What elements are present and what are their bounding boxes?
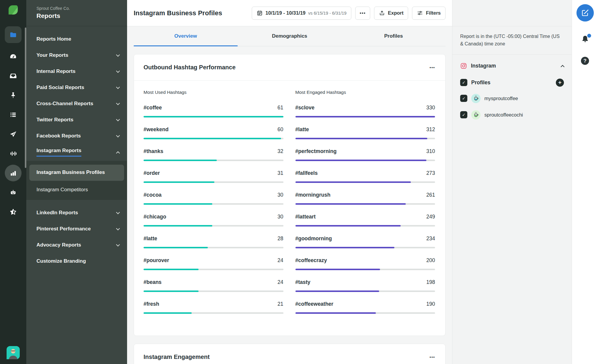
tab-profiles[interactable]: Profiles <box>341 26 446 46</box>
hashtag-value: 190 <box>426 301 435 307</box>
tasks-nav-icon[interactable] <box>7 109 19 121</box>
sidebar-item-label: Internal Reports <box>36 68 117 74</box>
sidebar-item-twitter-reports[interactable]: Twitter Reports <box>26 112 127 128</box>
more-icon: ••• <box>360 10 366 16</box>
sidebar-item-label: Twitter Reports <box>36 117 117 123</box>
hashtag-bar-track <box>295 290 435 292</box>
filters-icon <box>417 10 423 16</box>
help-button[interactable]: ? <box>581 57 589 65</box>
hashtag-label: #coffee <box>144 105 162 111</box>
automation-nav-icon[interactable] <box>7 186 19 198</box>
hashtag-bar-track <box>144 203 283 205</box>
hashtag-bar-track <box>295 269 435 270</box>
hashtag-label: #morningrush <box>295 192 331 198</box>
profile-checkbox[interactable]: ✓ <box>460 95 467 102</box>
report-topbar: Instagram Business Profiles 10/1/19 - 10… <box>127 0 452 26</box>
card-header: Outbound Hashtag Performance ••• <box>134 54 445 81</box>
favorites-nav-icon[interactable] <box>7 206 19 218</box>
sidebar-subitem-instagram-competitors[interactable]: Instagram Competitors <box>26 181 127 195</box>
topbar-controls: 10/1/19 - 10/31/19 vs 6/15/19 - 6/31/19 … <box>252 7 446 20</box>
hashtag-label: #cocoa <box>144 192 161 198</box>
bar-chart-icon <box>9 169 17 177</box>
sidebar-item-label: Facebook Reports <box>36 133 117 139</box>
hashtag-row: #latteart249 <box>295 214 435 227</box>
folders-nav-icon[interactable] <box>5 26 22 43</box>
listening-nav-icon[interactable] <box>7 148 19 160</box>
profiles-header-row: ✓ Profiles + <box>460 79 564 87</box>
card-more-icon[interactable]: ••• <box>429 63 436 71</box>
sprout-logo-icon[interactable] <box>6 4 20 18</box>
hashtag-bar-track <box>144 269 283 270</box>
chevron-down-icon <box>116 117 120 121</box>
hashtag-bar-track <box>295 138 435 139</box>
user-avatar[interactable] <box>7 346 20 359</box>
card-more-icon[interactable]: ••• <box>429 353 436 361</box>
waveform-icon <box>9 150 17 157</box>
hashtag-value: 310 <box>426 148 435 155</box>
reports-sidebar: Sprout Coffee Co. Reports Reports HomeYo… <box>26 0 127 364</box>
tab-demographics[interactable]: Demographics <box>238 26 342 46</box>
hashtag-bar-fill <box>295 181 411 183</box>
profiles-checkbox[interactable]: ✓ <box>460 79 467 86</box>
sidebar-item-pinterest-performance[interactable]: Pinterest Performance <box>26 221 127 237</box>
compose-pencil-icon <box>581 9 589 17</box>
star-icon <box>9 208 17 216</box>
pinned-nav-icon[interactable] <box>7 89 19 101</box>
sidebar-item-cross-channel-reports[interactable]: Cross-Channel Reports <box>26 96 127 112</box>
hashtag-row: #fresh21 <box>144 301 283 314</box>
pushpin-icon <box>9 91 17 99</box>
reports-nav-icon[interactable] <box>5 165 22 181</box>
hashtag-bar-fill <box>295 116 435 117</box>
compose-button[interactable] <box>576 4 594 22</box>
hashtag-label: #latte <box>295 126 309 133</box>
profile-checkbox[interactable]: ✓ <box>460 111 467 118</box>
list-icon <box>9 111 17 119</box>
sidebar-item-reports-home[interactable]: Reports Home <box>26 31 127 47</box>
filters-button[interactable]: Filters <box>412 7 446 20</box>
hashtag-value: 28 <box>277 235 283 242</box>
hashtag-bar-fill <box>295 290 379 292</box>
sidebar-item-internal-reports[interactable]: Internal Reports <box>26 63 127 79</box>
dashboard-nav-icon[interactable] <box>7 51 19 62</box>
sidebar-item-your-reports[interactable]: Your Reports <box>26 47 127 63</box>
hashtag-row: #chicago30 <box>144 214 283 227</box>
hashtag-row: #perfectmorning310 <box>295 148 435 161</box>
inbox-icon <box>9 72 17 80</box>
timezone-note: Report is in the (UTC -05:00) Central Ti… <box>452 26 572 55</box>
add-profile-button[interactable]: + <box>556 79 564 87</box>
report-settings-panel: Report is in the (UTC -05:00) Central Ti… <box>452 0 572 364</box>
card-title: Instagram Engagement <box>144 354 429 360</box>
notifications-button[interactable] <box>581 35 590 45</box>
sidebar-item-facebook-reports[interactable]: Facebook Reports <box>26 128 127 144</box>
sidebar-item-advocacy-reports[interactable]: Advocacy Reports <box>26 237 127 253</box>
publishing-nav-icon[interactable] <box>7 128 19 140</box>
robot-icon <box>9 189 17 196</box>
more-options-button[interactable]: ••• <box>355 7 370 20</box>
sidebar-item-customize-branding[interactable]: Customize Branding <box>26 253 127 269</box>
sidebar-item-linkedin-reports[interactable]: LinkedIn Reports <box>26 205 127 221</box>
report-content: Outbound Hashtag Performance ••• Most Us… <box>127 46 452 364</box>
hashtag-value: 249 <box>426 214 435 220</box>
report-tabs: Overview Demographics Profiles <box>134 26 446 46</box>
hashtag-row: #tasty198 <box>295 279 435 292</box>
date-range-button[interactable]: 10/1/19 - 10/31/19 vs 6/15/19 - 6/31/19 <box>252 7 351 20</box>
sidebar-item-instagram-reports[interactable]: Instagram Reports <box>26 144 127 160</box>
profile-name[interactable]: mysproutcoffee <box>484 96 518 101</box>
sidebar-subitem-instagram-business-profiles[interactable]: Instagram Business Profiles <box>29 165 124 181</box>
chevron-up-icon[interactable] <box>561 65 565 69</box>
tab-overview[interactable]: Overview <box>134 26 238 46</box>
hashtag-value: 198 <box>426 279 435 285</box>
hashtag-value: 30 <box>277 192 283 198</box>
chevron-down-icon <box>116 210 120 214</box>
sidebar-item-label: LinkedIn Reports <box>36 210 117 216</box>
hashtag-label: #fresh <box>144 301 159 307</box>
hashtag-bar-fill <box>144 247 208 248</box>
hashtag-label: #fallfeels <box>295 170 318 176</box>
sidebar-item-paid-social-reports[interactable]: Paid Social Reports <box>26 79 127 96</box>
chevron-up-icon <box>116 151 120 155</box>
hashtag-row: #cocoa30 <box>144 192 283 205</box>
instagram-network-row[interactable]: Instagram <box>460 61 564 71</box>
inbox-nav-icon[interactable] <box>7 70 19 82</box>
export-button[interactable]: Export <box>374 7 408 20</box>
profile-name[interactable]: sproutcoffeecochi <box>484 112 523 118</box>
